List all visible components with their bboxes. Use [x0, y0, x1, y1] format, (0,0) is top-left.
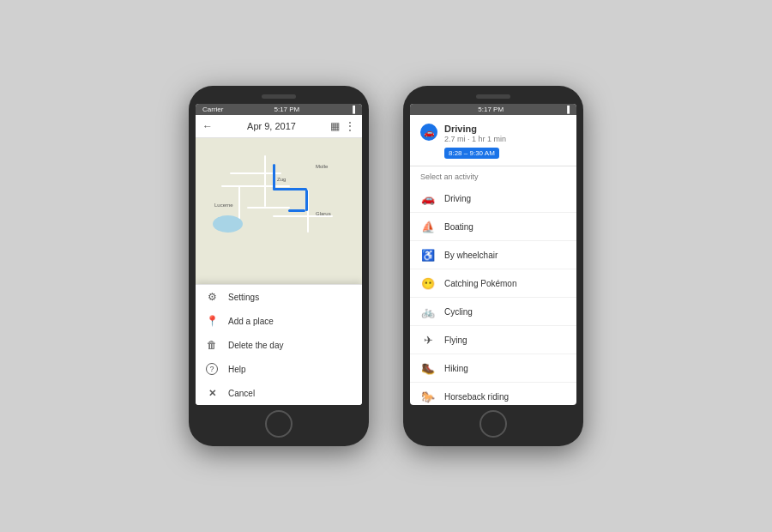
carrier-text: Carrier — [202, 106, 223, 113]
driving-icon: 🚗 — [420, 190, 436, 206]
activity-wheelchair[interactable]: ♿ By wheelchair — [410, 241, 576, 269]
settings-icon: ⚙ — [206, 291, 218, 303]
calendar-icon[interactable]: ▦ — [330, 120, 340, 132]
activity-header: 🚗 Driving 2.7 mi · 1 hr 1 min 8:28 – 9:3… — [410, 115, 576, 166]
select-activity-label: Select an activity — [410, 166, 576, 184]
context-menu: ⚙ Settings 📍 Add a place 🗑 Delete the da… — [196, 284, 362, 405]
route-segment-3 — [305, 190, 308, 211]
help-label: Help — [228, 365, 246, 374]
menu-settings[interactable]: ⚙ Settings — [196, 285, 362, 309]
time-badge: 8:28 – 9:30 AM — [444, 148, 499, 159]
activity-hiking[interactable]: 🥾 Hiking — [410, 354, 576, 383]
cycling-icon: 🚲 — [420, 304, 436, 319]
back-button[interactable]: ← — [202, 120, 213, 132]
left-phone: Carrier 5:17 PM ▐ ← Apr 9, 2017 ▦ ⋮ — [189, 86, 369, 446]
right-phone-screen: 5:17 PM ▐ 🚗 Driving 2.7 mi · 1 hr 1 min … — [410, 104, 576, 405]
flying-label: Flying — [444, 336, 467, 345]
map-label-glarus: Glarus — [316, 211, 331, 216]
route-segment-2 — [273, 188, 307, 190]
more-icon[interactable]: ⋮ — [345, 120, 355, 132]
map-label-lucerne: Lucerne — [214, 203, 233, 208]
pokemon-label: Catching Pokémon — [444, 279, 517, 288]
boating-icon: ⛵ — [420, 219, 436, 234]
home-button-right[interactable] — [479, 410, 507, 438]
toolbar-title: Apr 9, 2017 — [247, 121, 296, 131]
map-road-1 — [264, 155, 266, 207]
pokemon-icon: 😶 — [420, 275, 436, 291]
map-label-molle: Molle — [316, 164, 328, 169]
home-button-left[interactable] — [265, 410, 293, 438]
activity-pokemon[interactable]: 😶 Catching Pokémon — [410, 269, 576, 298]
right-phone: 5:17 PM ▐ 🚗 Driving 2.7 mi · 1 hr 1 min … — [403, 86, 583, 446]
driving-distance: 2.7 mi · 1 hr 1 min — [444, 135, 566, 143]
driving-row: 🚗 Driving 2.7 mi · 1 hr 1 min 8:28 – 9:3… — [420, 124, 566, 159]
route-segment-4 — [288, 209, 305, 212]
phone-speaker-right — [476, 94, 510, 99]
hiking-label: Hiking — [444, 364, 468, 373]
delete-icon: 🗑 — [206, 339, 218, 351]
driving-title: Driving — [444, 124, 566, 134]
menu-add-place[interactable]: 📍 Add a place — [196, 309, 362, 333]
help-icon: ? — [206, 363, 218, 375]
menu-cancel[interactable]: ✕ Cancel — [196, 381, 362, 405]
settings-label: Settings — [228, 293, 259, 302]
menu-help[interactable]: ? Help — [196, 357, 362, 381]
flying-icon: ✈ — [420, 332, 436, 348]
cycling-label: Cycling — [444, 307, 473, 317]
wheelchair-label: By wheelchair — [444, 251, 498, 260]
horseback-label: Horseback riding — [444, 392, 509, 402]
add-place-label: Add a place — [228, 317, 274, 326]
time-right: 5:17 PM — [478, 106, 504, 113]
activity-list: 🚗 Driving ⛵ Boating ♿ By wheelchair 😶 Ca… — [410, 184, 576, 405]
delete-day-label: Delete the day — [228, 341, 284, 350]
horseback-icon: 🐎 — [420, 389, 436, 404]
phone-speaker-left — [262, 94, 296, 99]
map-label-zug: Zug — [277, 177, 286, 182]
battery-text: ▐ — [350, 106, 355, 113]
add-place-icon: 📍 — [206, 315, 218, 327]
maps-toolbar: ← Apr 9, 2017 ▦ ⋮ — [196, 115, 362, 138]
toolbar-icons: ▦ ⋮ — [330, 120, 355, 132]
driving-info: Driving 2.7 mi · 1 hr 1 min 8:28 – 9:30 … — [444, 124, 566, 159]
map-lake — [213, 215, 243, 233]
map-road-5 — [247, 207, 290, 209]
time-text: 5:17 PM — [274, 106, 299, 113]
boating-label: Boating — [444, 222, 473, 232]
status-bar-left: Carrier 5:17 PM ▐ — [196, 104, 362, 115]
left-phone-screen: Carrier 5:17 PM ▐ ← Apr 9, 2017 ▦ ⋮ — [196, 104, 362, 405]
wheelchair-icon: ♿ — [420, 247, 436, 263]
battery-right: ▐ — [564, 106, 570, 113]
activity-horseback[interactable]: 🐎 Horseback riding — [410, 383, 576, 405]
activity-cycling[interactable]: 🚲 Cycling — [410, 298, 576, 326]
map-road-4 — [238, 185, 240, 220]
driving-item-label: Driving — [444, 194, 471, 203]
cancel-icon: ✕ — [206, 387, 218, 399]
activity-boating[interactable]: ⛵ Boating — [410, 213, 576, 241]
map-road-3 — [221, 185, 290, 187]
hiking-icon: 🥾 — [420, 360, 436, 376]
activity-flying[interactable]: ✈ Flying — [410, 326, 576, 354]
driving-activity-icon: 🚗 — [420, 124, 437, 141]
status-bar-right: 5:17 PM ▐ — [410, 104, 576, 115]
activity-driving[interactable]: 🚗 Driving — [410, 184, 576, 213]
route-segment-1 — [273, 164, 275, 190]
cancel-label: Cancel — [228, 389, 255, 398]
menu-delete-day[interactable]: 🗑 Delete the day — [196, 333, 362, 357]
